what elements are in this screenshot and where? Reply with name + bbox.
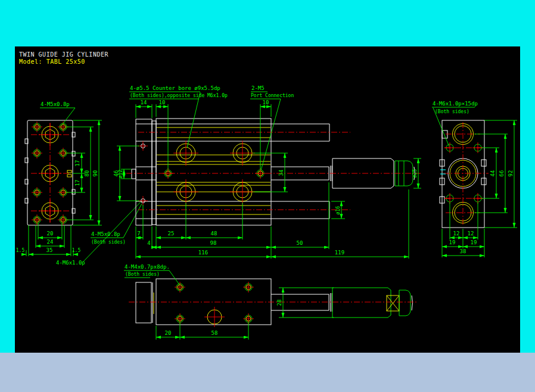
dim-35: 35 [46,247,53,253]
dim-1-5-right: 1.5 [72,248,81,253]
ann-left-thread: 4-M5x0.8p [41,101,70,107]
dim-10a: 10 [159,99,166,105]
dim-dia12: ø12 [118,170,123,179]
dim-25: 25 [168,231,175,237]
dim-98: 98 [210,240,217,246]
ann-side-thread-1: 4-M5x0.8p [91,231,120,237]
ann-left-mount: 4-M6x1.0p [56,260,85,266]
ann-right-thread-2: (Both sides) [435,109,469,114]
dim-34: 34 [278,170,284,176]
dim-17b: 17 [74,180,80,186]
ann-bottom-thread-2: (Both sides) [125,272,160,277]
ann-right-thread-1: 4-M6x1.0p×15dp [433,101,478,107]
drawing-title: TWIN GUIDE JIG CYLINDER [19,51,108,58]
cad-viewer-window: TWIN GUIDE JIG CYLINDER Model: TABL 25x5… [0,0,535,392]
dim-dia25: ø25 [412,169,418,178]
dim-20b: 20 [165,330,172,336]
taskbar-strip [0,353,535,392]
dim-48: 48 [211,231,217,237]
dim-10b: 10 [263,99,269,105]
dim-17a: 17 [74,160,80,167]
dim-19b: 19 [471,239,477,245]
dim-58: 58 [211,330,218,336]
dim-38: 38 [460,248,466,254]
dim-119: 119 [335,250,344,256]
dim-4: 4 [147,240,150,246]
dim-92: 92 [508,170,514,177]
dim-66: 66 [499,170,505,177]
dim-50: 50 [297,240,303,246]
dim-19a: 19 [449,239,456,245]
dim-28: 28 [276,300,282,306]
dim-90: 90 [92,170,98,177]
ann-side-thread-2: (Both sides) [91,239,126,245]
dim-7: 7 [137,231,140,237]
dim-24: 24 [47,239,54,245]
dim-44: 44 [490,170,496,177]
ann-bottom-thread-1: 4-M4x0.7px8dp. [125,264,170,270]
ann-counterbore-1: 4-ø5.5 Counter bore ø9x5.5dp [130,85,220,91]
ann-counterbore-2: (Both sides),opposite side M6x1.0p [130,93,228,98]
ann-port-2: Port Connection [251,93,294,98]
dim-116: 116 [198,250,208,256]
dim-20: 20 [47,231,54,237]
dim-14: 14 [141,99,147,105]
dim-12a: 12 [453,231,460,237]
ann-port-1: 2-M5 [251,85,265,91]
dim-80: 80 [84,170,90,177]
dim-dia16: ø16 [335,206,341,215]
dim-1-5-left: 1.5 [16,248,25,253]
drawing-model: Model: TABL 25x50 [19,58,85,65]
dim-12b: 12 [468,231,474,237]
